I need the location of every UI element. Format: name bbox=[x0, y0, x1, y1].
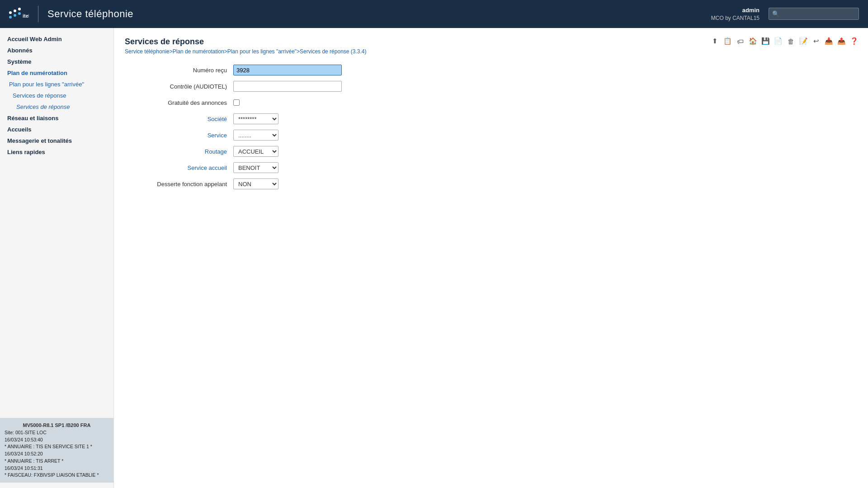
form-row-gratuite-annonces: Gratuité des annonces bbox=[125, 96, 857, 109]
site-info: Site: 001-SITE LOC bbox=[5, 429, 109, 436]
label-societe: Société bbox=[125, 116, 233, 122]
sidebar-nav: Accueil Web Admin Abonnés Système Plan d… bbox=[0, 33, 113, 418]
log-time-3: 16/03/24 10:51:31 bbox=[5, 465, 109, 472]
back-icon[interactable]: ↩ bbox=[811, 36, 821, 46]
header-divider bbox=[38, 6, 38, 22]
checkbox-gratuite-annonces[interactable] bbox=[233, 99, 240, 106]
sidebar-item-plan-lignes-arrivee[interactable]: Plan pour les lignes "arrivée" bbox=[0, 79, 113, 90]
form-row-service: Service ........ bbox=[125, 129, 857, 141]
delete-icon[interactable]: 🗑 bbox=[786, 36, 796, 46]
new-icon[interactable]: 📄 bbox=[773, 36, 783, 46]
search-icon: 🔍 bbox=[772, 10, 779, 17]
form-row-service-accueil: Service accueil BENOIT bbox=[125, 161, 857, 174]
user-org: MCO by CANTAL15 bbox=[711, 14, 760, 22]
help-icon[interactable]: ❓ bbox=[849, 36, 859, 46]
log-time-2: 16/03/24 10:52:20 bbox=[5, 450, 109, 458]
log-time-1: 16/03/24 10:53:40 bbox=[5, 436, 109, 444]
svg-rect-1 bbox=[14, 9, 16, 12]
label-controle-audiotel: Contrôle (AUDIOTEL) bbox=[125, 83, 233, 90]
sidebar-item-services-reponse-1[interactable]: Services de réponse bbox=[0, 90, 113, 101]
export-icon[interactable]: 📤 bbox=[836, 36, 846, 46]
toolbar: ⬆ 📋 🏷 🏠 💾 📄 🗑 📝 ↩ 📥 📤 ❓ bbox=[710, 36, 859, 46]
label-gratuite-annonces: Gratuité des annonces bbox=[125, 99, 233, 106]
label-service-accueil: Service accueil bbox=[125, 164, 233, 171]
sidebar: Accueil Web Admin Abonnés Système Plan d… bbox=[0, 28, 114, 488]
svg-text:itel: itel bbox=[23, 13, 29, 19]
sidebar-item-accueils[interactable]: Accueils bbox=[0, 124, 113, 135]
search-box-wrapper[interactable]: 🔍 bbox=[769, 8, 859, 20]
log-entry-3: * FAISCEAU: FXBIVSIP LIAISON ETABLIE * bbox=[5, 472, 109, 479]
save-icon[interactable]: 💾 bbox=[760, 36, 770, 46]
svg-rect-3 bbox=[9, 16, 12, 19]
version-info: MV5000-R8.1 SP1 /B200 FRA bbox=[5, 422, 109, 429]
log-entry-1: * ANNUAIRE : TIS EN SERVICE SITE 1 * bbox=[5, 443, 109, 450]
main-layout: Accueil Web Admin Abonnés Système Plan d… bbox=[0, 28, 868, 488]
form-row-routage: Routage ACCUEIL bbox=[125, 145, 857, 158]
header: itel Service téléphonie admin MCO by CAN… bbox=[0, 0, 868, 28]
input-controle-audiotel[interactable] bbox=[233, 81, 342, 92]
form-section: Numéro reçu Contrôle (AUDIOTEL) Gratuité… bbox=[125, 64, 857, 190]
import-icon[interactable]: 📥 bbox=[824, 36, 834, 46]
list-icon[interactable]: 📝 bbox=[798, 36, 808, 46]
label-service: Service bbox=[125, 132, 233, 139]
app-title: Service téléphonie bbox=[47, 8, 133, 20]
sidebar-item-accueil-web-admin[interactable]: Accueil Web Admin bbox=[0, 33, 113, 45]
form-row-desserte-fonction-appelant: Desserte fonction appelant NON OUI bbox=[125, 178, 857, 190]
label-desserte-fonction-appelant: Desserte fonction appelant bbox=[125, 181, 233, 188]
sidebar-item-plan-numerotation[interactable]: Plan de numérotation bbox=[0, 67, 113, 79]
sidebar-item-liens-rapides[interactable]: Liens rapides bbox=[0, 146, 113, 158]
sidebar-item-services-reponse-2[interactable]: Services de réponse bbox=[0, 101, 113, 113]
form-row-controle-audiotel: Contrôle (AUDIOTEL) bbox=[125, 80, 857, 93]
form-row-societe: Société ******** bbox=[125, 113, 857, 125]
select-desserte-fonction-appelant[interactable]: NON OUI bbox=[233, 178, 278, 189]
mitel-logo: itel bbox=[9, 8, 29, 20]
svg-rect-4 bbox=[14, 14, 16, 17]
sidebar-item-messagerie-tonalites[interactable]: Messagerie et tonalités bbox=[0, 135, 113, 146]
header-right: admin MCO by CANTAL15 🔍 bbox=[711, 6, 859, 22]
main-content: ⬆ 📋 🏷 🏠 💾 📄 🗑 📝 ↩ 📥 📤 ❓ Services de répo… bbox=[114, 28, 868, 488]
sidebar-footer: MV5000-R8.1 SP1 /B200 FRA Site: 001-SITE… bbox=[0, 418, 113, 483]
log-entry-2: * ANNUAIRE : TIS ARRET * bbox=[5, 458, 109, 465]
svg-rect-0 bbox=[9, 11, 12, 14]
username: admin bbox=[711, 6, 760, 14]
logo-area: itel Service téléphonie bbox=[9, 6, 133, 22]
form-row-numero-recu: Numéro reçu bbox=[125, 64, 857, 76]
copy-icon[interactable]: 📋 bbox=[722, 36, 732, 46]
svg-rect-5 bbox=[18, 12, 21, 15]
upload-icon[interactable]: ⬆ bbox=[710, 36, 720, 46]
label-routage: Routage bbox=[125, 148, 233, 155]
select-service-accueil[interactable]: BENOIT bbox=[233, 162, 278, 173]
select-routage[interactable]: ACCUEIL bbox=[233, 146, 278, 157]
home-icon[interactable]: 🏠 bbox=[748, 36, 758, 46]
user-info: admin MCO by CANTAL15 bbox=[711, 6, 760, 22]
svg-rect-2 bbox=[18, 8, 21, 10]
sidebar-item-systeme[interactable]: Système bbox=[0, 56, 113, 67]
label-numero-recu: Numéro reçu bbox=[125, 67, 233, 74]
select-service[interactable]: ........ bbox=[233, 130, 278, 141]
input-numero-recu[interactable] bbox=[233, 65, 342, 75]
sidebar-item-reseau-liaisons[interactable]: Réseau et liaisons bbox=[0, 113, 113, 124]
sidebar-item-abonnes[interactable]: Abonnés bbox=[0, 45, 113, 56]
breadcrumb: Service téléphonie>Plan de numérotation>… bbox=[125, 48, 857, 55]
tag-icon[interactable]: 🏷 bbox=[735, 36, 745, 46]
select-societe[interactable]: ******** bbox=[233, 113, 278, 124]
search-input[interactable] bbox=[769, 8, 859, 20]
